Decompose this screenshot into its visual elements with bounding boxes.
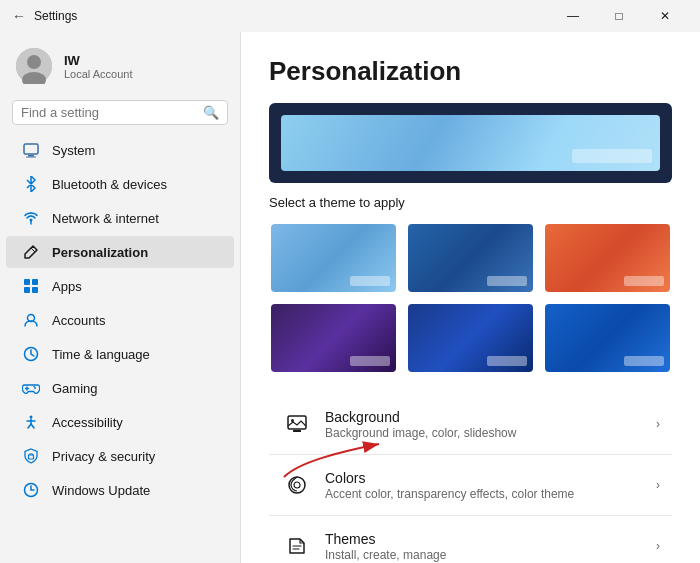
title-bar-title: Settings xyxy=(34,9,77,23)
svg-rect-4 xyxy=(28,155,34,157)
themes-icon xyxy=(281,530,313,562)
colors-icon xyxy=(281,469,313,501)
taskbar-3 xyxy=(624,276,664,286)
background-subtitle: Background image, color, slideshow xyxy=(325,426,656,440)
theme-grid xyxy=(269,222,672,374)
sidebar-item-accounts[interactable]: Accounts xyxy=(6,304,234,336)
user-role: Local Account xyxy=(64,68,133,80)
network-icon xyxy=(22,209,40,227)
svg-point-15 xyxy=(34,387,36,389)
search-box[interactable]: 🔍 xyxy=(12,100,228,125)
sidebar-label-network: Network & internet xyxy=(52,211,159,226)
svg-rect-9 xyxy=(24,287,30,293)
svg-rect-8 xyxy=(32,279,38,285)
sidebar-item-bluetooth[interactable]: Bluetooth & devices xyxy=(6,168,234,200)
theme-thumb-5[interactable] xyxy=(406,302,535,374)
svg-rect-5 xyxy=(26,157,36,158)
content-area: Personalization Select a theme to apply xyxy=(240,32,700,563)
sidebar-label-update: Windows Update xyxy=(52,483,150,498)
minimize-button[interactable]: — xyxy=(550,0,596,32)
sidebar-label-privacy: Privacy & security xyxy=(52,449,155,464)
maximize-button[interactable]: □ xyxy=(596,0,642,32)
taskbar-preview-main xyxy=(572,149,652,163)
background-icon xyxy=(281,408,313,440)
gaming-icon xyxy=(22,379,40,397)
privacy-icon xyxy=(22,447,40,465)
theme-thumb-1[interactable] xyxy=(269,222,398,294)
app-body: IW Local Account 🔍 System xyxy=(0,32,700,563)
theme-thumb-6[interactable] xyxy=(543,302,672,374)
apps-icon xyxy=(22,277,40,295)
sidebar-label-time: Time & language xyxy=(52,347,150,362)
sidebar-item-time[interactable]: Time & language xyxy=(6,338,234,370)
svg-point-16 xyxy=(33,386,35,388)
accessibility-icon xyxy=(22,413,40,431)
back-button[interactable]: ← xyxy=(12,8,26,24)
sidebar-label-bluetooth: Bluetooth & devices xyxy=(52,177,167,192)
sidebar: IW Local Account 🔍 System xyxy=(0,32,240,563)
sidebar-label-system: System xyxy=(52,143,95,158)
colors-title: Colors xyxy=(325,470,656,486)
brush-icon xyxy=(22,243,40,261)
svg-point-17 xyxy=(30,416,33,419)
close-button[interactable]: ✕ xyxy=(642,0,688,32)
update-icon xyxy=(22,481,40,499)
sidebar-item-privacy[interactable]: Privacy & security xyxy=(6,440,234,472)
time-icon xyxy=(22,345,40,363)
settings-item-colors[interactable]: Colors Accent color, transparency effect… xyxy=(269,455,672,516)
sidebar-item-apps[interactable]: Apps xyxy=(6,270,234,302)
sidebar-item-gaming[interactable]: Gaming xyxy=(6,372,234,404)
svg-rect-10 xyxy=(32,287,38,293)
sidebar-label-personalization: Personalization xyxy=(52,245,148,260)
svg-point-22 xyxy=(291,419,294,422)
page-title: Personalization xyxy=(269,56,672,87)
theme-preview xyxy=(269,103,672,183)
colors-chevron: › xyxy=(656,478,660,492)
system-icon xyxy=(22,141,40,159)
svg-rect-3 xyxy=(24,144,38,154)
settings-item-themes[interactable]: Themes Install, create, manage › xyxy=(269,516,672,563)
sidebar-item-personalization[interactable]: Personalization xyxy=(6,236,234,268)
themes-chevron: › xyxy=(656,539,660,553)
settings-item-background-text: Background Background image, color, slid… xyxy=(325,409,656,440)
svg-rect-23 xyxy=(293,430,301,432)
taskbar-5 xyxy=(487,356,527,366)
theme-thumb-2[interactable] xyxy=(406,222,535,294)
user-section: IW Local Account xyxy=(0,32,240,92)
background-title: Background xyxy=(325,409,656,425)
sidebar-item-network[interactable]: Network & internet xyxy=(6,202,234,234)
taskbar-1 xyxy=(350,276,390,286)
sidebar-item-update[interactable]: Windows Update xyxy=(6,474,234,506)
bluetooth-icon xyxy=(22,175,40,193)
title-bar: ← Settings — □ ✕ xyxy=(0,0,700,32)
themes-title: Themes xyxy=(325,531,656,547)
colors-subtitle: Accent color, transparency effects, colo… xyxy=(325,487,656,501)
theme-thumb-4[interactable] xyxy=(269,302,398,374)
title-bar-controls: — □ ✕ xyxy=(550,0,688,32)
settings-list: Background Background image, color, slid… xyxy=(269,394,672,563)
user-info: IW Local Account xyxy=(64,53,133,80)
svg-rect-7 xyxy=(24,279,30,285)
svg-point-25 xyxy=(294,482,300,488)
sidebar-item-accessibility[interactable]: Accessibility xyxy=(6,406,234,438)
settings-item-background[interactable]: Background Background image, color, slid… xyxy=(269,394,672,455)
settings-item-themes-text: Themes Install, create, manage xyxy=(325,531,656,562)
accounts-icon xyxy=(22,311,40,329)
search-input[interactable] xyxy=(21,105,197,120)
theme-section-label: Select a theme to apply xyxy=(269,195,672,210)
taskbar-2 xyxy=(487,276,527,286)
svg-rect-18 xyxy=(29,455,34,459)
theme-thumb-3[interactable] xyxy=(543,222,672,294)
taskbar-6 xyxy=(624,356,664,366)
settings-item-colors-text: Colors Accent color, transparency effect… xyxy=(325,470,656,501)
background-chevron: › xyxy=(656,417,660,431)
svg-point-1 xyxy=(27,55,41,69)
sidebar-label-apps: Apps xyxy=(52,279,82,294)
sidebar-label-accessibility: Accessibility xyxy=(52,415,123,430)
sidebar-item-system[interactable]: System xyxy=(6,134,234,166)
themes-subtitle: Install, create, manage xyxy=(325,548,656,562)
user-name: IW xyxy=(64,53,133,68)
sidebar-label-gaming: Gaming xyxy=(52,381,98,396)
search-icon: 🔍 xyxy=(203,105,219,120)
avatar xyxy=(16,48,52,84)
